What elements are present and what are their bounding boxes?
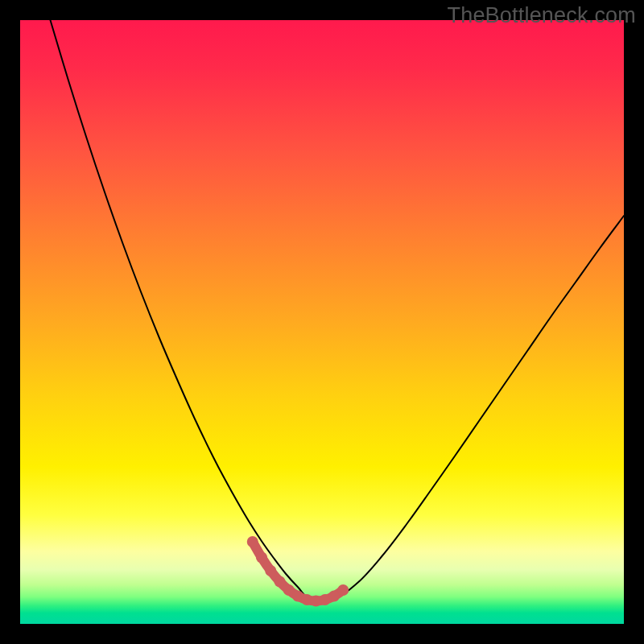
chart-frame bbox=[20, 20, 624, 624]
bottleneck-curve bbox=[51, 20, 625, 601]
optimal-range-dot bbox=[337, 584, 349, 596]
watermark-text: TheBottleneck.com bbox=[447, 3, 636, 28]
optimal-range-dot bbox=[265, 565, 276, 576]
optimal-range-dot bbox=[256, 552, 267, 564]
bottleneck-curve-chart bbox=[20, 20, 624, 624]
optimal-range-dot bbox=[275, 576, 286, 588]
optimal-range-dot bbox=[247, 536, 258, 547]
optimal-range-dots bbox=[247, 536, 349, 607]
